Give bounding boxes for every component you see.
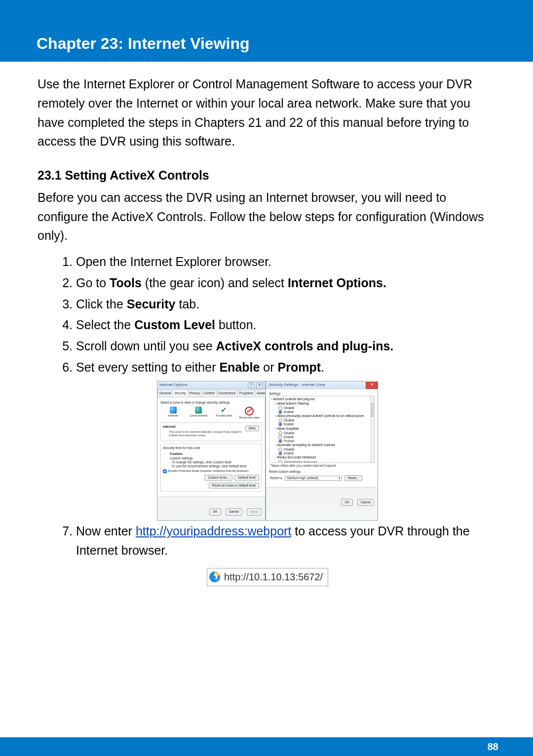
allow-prev-unused: Allow previously unused ActiveX controls… [275, 414, 374, 418]
address-bar-figure: http://10.1.10.13:5672/ [38, 568, 497, 586]
step-5: Scroll down until you see ActiveX contro… [76, 336, 497, 357]
help-icon[interactable]: ? [248, 382, 255, 388]
binary-script: Binary and script behaviors [275, 455, 374, 459]
chapter-title: Chapter 23: Internet Viewing [37, 35, 533, 53]
settings-list[interactable]: ActiveX controls and plug-ins Allow Acti… [269, 396, 375, 463]
opt-disable[interactable]: Disable [278, 406, 374, 410]
step-4: Select the Custom Level button. [76, 314, 497, 336]
zone-hint: Select a zone to view or change security… [160, 401, 262, 405]
sites-button[interactable]: Sites [245, 425, 259, 431]
step-7: Now enter http://youripaddress:webport t… [76, 521, 497, 561]
close-icon[interactable]: ✕ [366, 382, 378, 389]
zone-local-intranet[interactable]: Local intranet [188, 407, 209, 420]
activex-group: ActiveX controls and plug-ins [271, 397, 374, 401]
level-line3: - To use the recommended settings, click… [170, 464, 260, 468]
security-level-panel: Security level for this zone Custom Cust… [160, 444, 262, 492]
reset-label: Reset custom settings [269, 470, 375, 474]
custom-level-button[interactable]: Custom level... [204, 475, 232, 481]
dialog-figures: Internet Options ? ✕ General Security Pr… [38, 381, 497, 521]
internet-options-title: Internet Options [159, 382, 188, 388]
reset-to-label: Reset to: [270, 476, 283, 480]
opt-disable[interactable]: Disable [278, 418, 374, 422]
opt-enable[interactable]: Enable [278, 410, 374, 414]
opt-enable[interactable]: Enable [278, 435, 374, 439]
scrollbar[interactable] [370, 396, 374, 462]
step-6: Set every setting to either Enable or Pr… [76, 357, 497, 378]
step-2: Go to Tools (the gear icon) and select I… [76, 272, 497, 294]
steps-list-cont: Now enter http://youripaddress:webport t… [38, 521, 497, 561]
ie-address-bar: http://10.1.10.13:5672/ [207, 568, 328, 586]
opt-admin-approved[interactable]: Administrator approved [278, 460, 374, 463]
ok-button[interactable]: OK [341, 499, 352, 506]
intranet-icon [195, 407, 202, 414]
reset-all-button[interactable]: Reset all zones to default level [209, 483, 259, 489]
internet-options-titlebar: Internet Options ? ✕ [157, 381, 265, 389]
auto-prompt: Automatic prompting for ActiveX controls [275, 443, 374, 447]
level-line1: Custom settings. [170, 456, 260, 460]
protected-mode-input[interactable] [163, 469, 167, 473]
tab-privacy[interactable]: Privacy [188, 389, 202, 397]
internet-options-dialog: Internet Options ? ✕ General Security Pr… [157, 381, 266, 521]
chapter-banner: Chapter 23: Internet Viewing [0, 0, 533, 62]
intro-paragraph: Use the Internet Explorer or Control Man… [38, 75, 497, 151]
level-line2: - To change the settings, click Custom l… [170, 460, 260, 464]
security-level-title: Security level for this zone [163, 446, 260, 450]
steps-list: Open the Internet Explorer browser. Go t… [38, 251, 497, 378]
tab-general[interactable]: General [157, 389, 173, 397]
ie-icon [209, 571, 220, 582]
settings-label: Settings [269, 392, 375, 396]
zone-internet[interactable]: Internet [162, 407, 184, 420]
opt-disable[interactable]: Disable [278, 448, 374, 452]
cancel-button[interactable]: Cancel [357, 499, 374, 506]
tab-programs[interactable]: Programs [237, 389, 255, 397]
zone-trusted-sites[interactable]: ✔Trusted sites [213, 407, 235, 420]
zone-desc: This zone is for Internet websites, exce… [169, 430, 260, 438]
step-1: Open the Internet Explorer browser. [76, 251, 497, 272]
security-settings-dialog: Security Settings - Internet Zone ✕ Sett… [266, 381, 378, 521]
section-intro: Before you can access the DVR using an I… [38, 188, 497, 245]
allow-scriptlets: Allow Scriptlets [275, 427, 374, 431]
reset-button[interactable]: Reset... [344, 475, 362, 481]
ok-button[interactable]: OK [209, 508, 221, 515]
address-bar-url: http://10.1.10.13:5672/ [224, 569, 323, 585]
cancel-button[interactable]: Cancel [226, 508, 242, 515]
opt-prompt[interactable]: Prompt [278, 439, 374, 443]
step-3: Click the Security tab. [76, 294, 497, 315]
example-url-link[interactable]: http://youripaddress:webport [136, 524, 291, 538]
section-heading: 23.1 Setting ActiveX Controls [38, 166, 497, 185]
allow-filtering: Allow ActiveX Filtering [275, 402, 374, 406]
tab-security[interactable]: Security [172, 389, 188, 397]
tab-content[interactable]: Content [201, 389, 217, 397]
security-settings-title: Security Settings - Internet Zone [268, 382, 325, 388]
globe-icon [170, 407, 177, 414]
protected-mode-checkbox[interactable]: Enable Protected Mode (requires restarti… [163, 469, 260, 473]
apply-button[interactable]: Apply [247, 508, 262, 515]
opt-enable[interactable]: Enable [278, 422, 374, 426]
opt-disable[interactable]: Disable [278, 431, 374, 435]
zone-restricted-sites[interactable]: Restricted sites [238, 407, 260, 420]
default-level-button[interactable]: Default level [234, 475, 259, 481]
page-footer: 88 [0, 737, 533, 756]
reset-to-select[interactable]: Medium-high (default) [285, 476, 342, 481]
tab-connections[interactable]: Connections [216, 389, 238, 397]
opt-enable[interactable]: Enable [278, 452, 374, 455]
zone-info-panel: Sites Internet This zone is for Internet… [160, 422, 262, 441]
internet-options-tabs: General Security Privacy Content Connect… [157, 389, 265, 397]
security-settings-titlebar: Security Settings - Internet Zone ✕ [266, 381, 378, 389]
close-icon[interactable]: ✕ [256, 382, 263, 388]
level-custom: Custom [170, 452, 260, 456]
check-icon: ✔ [221, 407, 227, 414]
page-number: 88 [488, 741, 498, 753]
restart-note: *Takes effect after you restart Internet… [270, 464, 375, 468]
restricted-icon [245, 407, 254, 416]
